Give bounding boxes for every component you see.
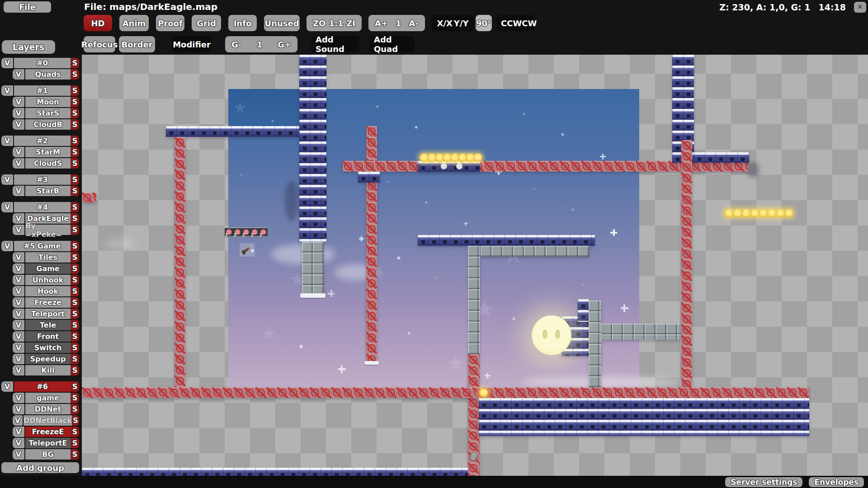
visibility-toggle[interactable]: V [13,320,24,330]
layer-row-teleport[interactable]: VTeleportS [13,309,79,319]
layer-settings-button[interactable]: S [71,119,79,130]
layer-name-label[interactable]: #6 [14,381,71,392]
toolbar-button-proof[interactable]: Proof [156,15,184,31]
layer-row-unhook[interactable]: VUnhookS [13,275,79,285]
layer-group-row-5-game[interactable]: V#5 GameS [1,241,79,251]
toolbar-button-border[interactable]: Border [119,36,155,52]
visibility-toggle[interactable]: V [1,241,13,251]
layer-row-switch[interactable]: VSwitchS [13,343,79,353]
visibility-toggle[interactable]: V [13,147,24,157]
layer-group-row-2[interactable]: V#2S [1,136,79,146]
layer-settings-button[interactable]: S [71,275,79,285]
layer-settings-button[interactable]: S [72,415,79,426]
layer-settings-button[interactable]: S [71,354,79,364]
layer-name-label[interactable]: #5 Game [14,241,71,251]
layer-settings-button[interactable]: S [71,404,79,414]
visibility-toggle[interactable]: V [13,108,24,118]
layer-name-label[interactable]: CloudB [25,119,71,130]
layer-row-quads[interactable]: VQuadsS [13,69,79,80]
visibility-toggle[interactable]: V [1,202,13,212]
layer-name-label[interactable]: TeleportE [25,438,71,448]
visibility-toggle[interactable]: V [13,252,24,263]
toolbar-button-refocus[interactable]: Refocus [84,36,115,52]
toolbar-button-g[interactable]: G+ [278,40,291,49]
layer-row-tele[interactable]: VTeleS [13,320,79,330]
toolbar-button-1[interactable]: 1 [257,40,263,49]
toolbar-button-g[interactable]: G- [231,40,241,49]
visibility-toggle[interactable]: V [13,309,24,319]
layer-settings-button[interactable]: S [71,97,79,107]
visibility-toggle[interactable]: V [13,449,24,460]
layer-settings-button[interactable]: S [71,297,79,308]
layer-name-label[interactable]: Tele [25,320,71,330]
layer-settings-button[interactable]: S [71,393,79,403]
layer-settings-button[interactable]: S [71,241,79,251]
layer-settings-button[interactable]: S [71,202,79,212]
layer-row-freezee[interactable]: VFreezeES [13,427,79,437]
visibility-toggle[interactable]: V [1,136,13,146]
layer-name-label[interactable]: CloudS [25,158,71,169]
layer-row-teleporte[interactable]: VTeleportES [13,438,79,448]
layer-settings-button[interactable]: S [71,213,79,224]
layer-name-label[interactable]: Speedup [25,354,71,364]
visibility-toggle[interactable]: V [13,97,24,107]
layer-name-label[interactable]: Freeze [25,297,71,308]
layer-name-label[interactable]: Teleport [25,309,71,319]
layer-group-row-1[interactable]: V#1S [1,85,79,96]
layer-name-label[interactable]: #4 [14,202,71,212]
layer-row-freeze[interactable]: VFreezeS [13,297,79,308]
toolbar-button-90[interactable]: 90° [476,15,492,31]
visibility-toggle[interactable]: V [13,404,24,414]
layer-name-label[interactable]: Hook [25,286,71,296]
visibility-toggle[interactable]: V [13,427,24,437]
layer-row-by-xpeke[interactable]: VBy =xPeke=S [13,225,79,235]
layer-name-label[interactable]: BG [25,449,71,460]
layer-row-cloudb[interactable]: VCloudBS [13,119,79,130]
layer-settings-button[interactable]: S [71,85,79,96]
layer-row-bg[interactable]: VBGS [13,449,79,460]
toolbar-button-zi[interactable]: ZI [346,19,355,28]
visibility-toggle[interactable]: V [13,297,24,308]
visibility-toggle[interactable]: V [13,331,24,342]
layer-settings-button[interactable]: S [71,252,79,263]
envelopes-button[interactable]: Envelopes [809,477,864,487]
layer-name-label[interactable]: Front [25,331,71,342]
visibility-toggle[interactable]: V [1,381,13,392]
layer-settings-button[interactable]: S [71,108,79,118]
visibility-toggle[interactable]: V [13,213,24,224]
layer-row-starb[interactable]: VStarBS [13,186,79,196]
layer-settings-button[interactable]: S [71,365,79,375]
toolbar-button-info[interactable]: Info [228,15,257,31]
layer-name-label[interactable]: StarB [25,186,71,196]
visibility-toggle[interactable]: V [13,186,24,196]
layer-row-hook[interactable]: VHookS [13,286,79,296]
layer-name-label[interactable]: game [25,393,71,403]
visibility-toggle[interactable]: V [13,286,24,296]
toolbar-button-y-y[interactable]: Y/Y [454,19,469,28]
layer-row-stars[interactable]: VStarSS [13,108,79,118]
toolbar-button-modifier[interactable]: Modifier [172,36,212,52]
visibility-toggle[interactable]: V [13,415,23,426]
layer-settings-button[interactable]: S [71,174,79,185]
layer-name-label[interactable]: #0 [14,58,71,68]
visibility-toggle[interactable]: V [13,119,24,130]
map-canvas[interactable]: ★★★★★★22222 [82,55,868,476]
visibility-toggle[interactable]: V [13,354,24,364]
layer-row-kill[interactable]: VKillS [13,365,79,375]
layer-row-ddnet[interactable]: VDDNetS [13,404,79,414]
layer-group-row-3[interactable]: V#3S [1,174,79,185]
layer-settings-button[interactable]: S [71,158,79,169]
layer-settings-button[interactable]: S [71,309,79,319]
toolbar-button-ccw[interactable]: CCW [501,19,522,28]
toolbar-button-1-1[interactable]: 1:1 [329,19,343,28]
layer-name-label[interactable]: DDNetBlack [24,415,72,426]
visibility-toggle[interactable]: V [13,365,24,375]
visibility-toggle[interactable]: V [13,438,24,448]
add-group-button[interactable]: Add group [1,462,79,473]
layer-settings-button[interactable]: S [71,331,79,342]
layer-row-game[interactable]: VgameS [13,393,79,403]
layer-group-row-4[interactable]: V#4S [1,202,79,212]
toolbar-button-zo[interactable]: ZO [313,19,326,28]
layer-name-label[interactable]: DDNet [25,404,71,414]
layer-settings-button[interactable]: S [71,225,79,235]
